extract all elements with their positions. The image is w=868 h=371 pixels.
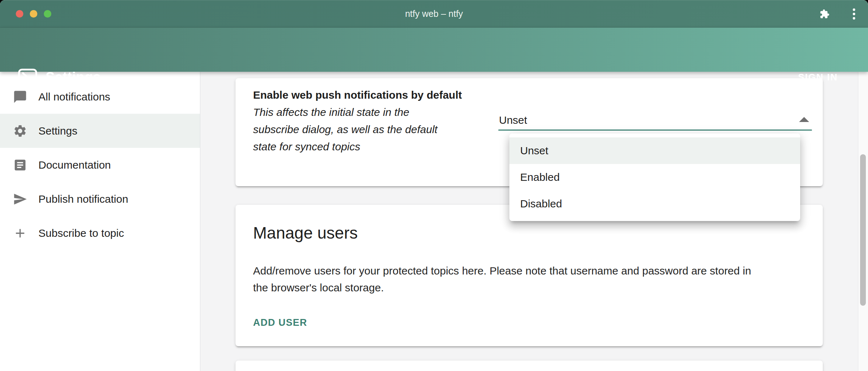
article-icon: [13, 158, 27, 172]
appbar: Settings SIGN IN: [0, 28, 868, 72]
puzzle-icon[interactable]: [820, 9, 830, 19]
browser-window: ntfy web – ntfy Settings SIGN: [0, 0, 868, 371]
sidebar-item-label: Subscribe to topic: [38, 227, 124, 239]
sidebar-item-publish-notification[interactable]: Publish notification: [0, 182, 200, 216]
screen: ntfy web – ntfy Settings SIGN: [0, 0, 868, 371]
select-value: Unset: [499, 113, 527, 127]
select-dropdown-menu: Unset Enabled Disabled: [509, 133, 800, 221]
card-body: Add/remove users for your protected topi…: [253, 262, 751, 296]
next-card-partial: [235, 361, 823, 371]
description-line: subscribe dialog, as well as the default: [253, 121, 438, 138]
card-title: Manage users: [253, 223, 358, 243]
titlebar: ntfy web – ntfy: [0, 0, 868, 28]
web-push-select[interactable]: Unset: [498, 111, 813, 131]
menu-option-enabled[interactable]: Enabled: [509, 164, 800, 191]
menu-option-unset[interactable]: Unset: [509, 137, 800, 164]
plus-icon: [13, 226, 27, 240]
chat-bubble-icon: [13, 90, 27, 104]
description-line: This affects the initial state in the: [253, 104, 438, 121]
ntfy-logo-icon: [18, 68, 38, 88]
gear-icon: [13, 124, 27, 138]
body-line: Add/remove users for your protected topi…: [253, 262, 751, 279]
scrollbar-track[interactable]: [858, 72, 868, 371]
main-panel: Enable web push notifications by default…: [200, 72, 868, 371]
window-title: ntfy web – ntfy: [0, 0, 868, 28]
content: All notifications Settings Documentation: [0, 72, 868, 371]
sidebar: All notifications Settings Documentation: [0, 72, 200, 371]
sidebar-item-label: Settings: [38, 125, 77, 137]
select-underline: [498, 130, 812, 131]
sidebar-item-label: Documentation: [38, 159, 111, 171]
sidebar-item-documentation[interactable]: Documentation: [0, 148, 200, 182]
description-line: state for synced topics: [253, 138, 438, 155]
menu-option-disabled[interactable]: Disabled: [509, 191, 800, 217]
add-user-button[interactable]: ADD USER: [252, 314, 312, 331]
kebab-menu-icon[interactable]: [851, 8, 857, 20]
page-title: Settings: [46, 55, 101, 99]
sign-in-button[interactable]: SIGN IN: [798, 55, 838, 99]
scrollbar-thumb[interactable]: [860, 154, 866, 306]
setting-title: Enable web push notifications by default: [253, 86, 462, 104]
send-icon: [13, 192, 27, 206]
body-line: the browser's local storage.: [253, 279, 751, 296]
sidebar-item-settings[interactable]: Settings: [0, 114, 200, 148]
sidebar-item-subscribe-to-topic[interactable]: Subscribe to topic: [0, 216, 200, 250]
setting-description: This affects the initial state in the su…: [253, 104, 438, 155]
manage-users-card: Manage users Add/remove users for your p…: [235, 205, 823, 346]
sidebar-item-label: Publish notification: [38, 193, 128, 205]
arrow-drop-up-icon: [799, 117, 809, 122]
